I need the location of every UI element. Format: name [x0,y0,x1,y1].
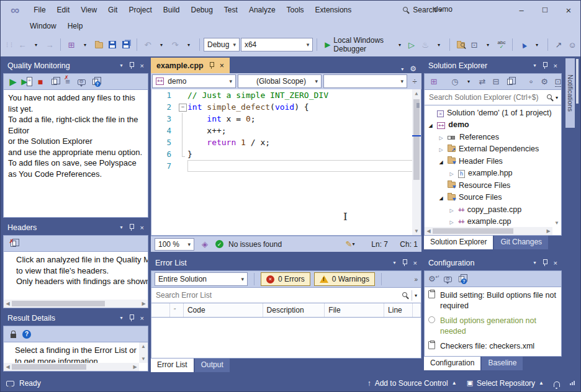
search-icon[interactable] [402,292,409,299]
pin-icon[interactable] [128,224,135,231]
menu-item-edit[interactable]: Edit [52,4,76,16]
dropdown-icon[interactable]: ▾ [79,38,91,51]
save-all-icon[interactable] [120,38,132,51]
code-line-2[interactable]: 2int simple_defect(void) { [151,101,421,113]
preview-code-icon[interactable]: ‹› [525,76,536,88]
window-position-icon[interactable]: ▾ [394,260,396,265]
extract-build-options-icon[interactable]: ⚙↵ [428,273,439,285]
configuration-item[interactable]: Build setting: Build options file not re… [425,287,561,313]
solution-configurations-combo[interactable]: Debug▾ [204,38,240,51]
polyspace-status-icon[interactable]: ◈ [199,238,210,251]
window-position-icon[interactable]: ▾ [534,260,536,265]
dropdown-icon[interactable]: ▾ [433,38,444,51]
pin-icon[interactable] [128,314,135,321]
chevron-down-icon[interactable]: ▾ [401,66,403,72]
code-editor[interactable]: ▲▼ 1// Just a simple INT_ZERO_DIV2int si… [151,89,421,236]
editor-vertical-scrollbar[interactable]: ▲▼ [412,89,421,235]
close-icon[interactable]: × [220,61,224,70]
close-icon[interactable]: × [554,62,557,69]
menu-item-tools[interactable]: Tools [281,4,310,16]
select-tool-icon[interactable]: ▲ [518,38,529,51]
errors-toggle-button[interactable]: × 0 Errors [261,272,310,286]
copy-icon[interactable] [48,76,60,88]
dropdown-icon[interactable]: ▾ [531,38,543,51]
dropdown-icon[interactable]: ▾ [183,38,194,51]
expander-open-icon[interactable]: ◢ [427,120,434,129]
configuration-item[interactable]: Checkers file: checkers.xml [425,338,561,354]
hot-reload-icon[interactable]: ♨ [420,38,431,51]
config-tab-baseline[interactable]: Baseline [482,357,523,370]
menu-item-project[interactable]: Project [123,4,157,16]
tree-item-copy-paste-cpp[interactable]: ▷++copy_paste.cpp [425,203,552,216]
expander-closed-icon[interactable]: ▷ [448,217,455,226]
close-icon[interactable]: × [140,224,144,231]
code-cleanup-icon[interactable]: ✎▾ [345,238,356,251]
help-icon[interactable]: ? [21,328,32,341]
maximize-button[interactable]: ☐ [533,1,557,19]
horizontal-scrollbar[interactable]: ◀▶ [425,227,552,235]
tree-item-example-cpp[interactable]: ▷++example.cpp [425,216,552,228]
close-button[interactable]: × [557,1,580,19]
properties-window-icon[interactable] [504,76,515,88]
notifications-tab[interactable]: Notifications [565,58,575,128]
scope-filter-combo[interactable]: Entire Solution▾ [155,272,248,286]
menu-item-test[interactable]: Test [218,4,243,16]
help-book-icon[interactable]: ? [89,76,101,88]
right-tab-git-changes[interactable]: Git Changes [494,236,548,249]
member-dropdown[interactable]: ▾ [323,74,407,88]
remove-file-icon[interactable]: ✗ [7,238,19,250]
code-line-1[interactable]: 1// Just a simple INT_ZERO_DIV [151,89,421,101]
expander-closed-icon[interactable]: ▷ [448,205,455,214]
sync-with-active-document-icon[interactable]: ⇄ [477,76,488,88]
column-header-description[interactable]: Description [263,303,325,317]
config-tab-configuration[interactable]: Configuration [424,357,480,370]
close-icon[interactable]: × [140,314,144,322]
pending-changes-filter-icon[interactable]: ◷ [449,76,461,88]
close-icon[interactable]: × [140,62,144,69]
window-position-icon[interactable]: ▾ [534,63,536,68]
right-tab-solution-explorer[interactable]: Solution Explorer [424,236,493,249]
minimize-button[interactable]: – [510,1,533,19]
window-position-icon[interactable]: ▾ [120,63,123,68]
tree-item-resource-files[interactable]: Resource Files [425,179,552,192]
close-icon[interactable]: × [413,259,417,267]
zoom-level-combo[interactable]: 100 %▾ [155,238,194,251]
expander-open-icon[interactable]: ◢ [438,157,444,166]
tree-item-example-hpp[interactable]: ▷hexample.hpp [425,167,552,180]
code-line-7[interactable]: 7 [151,160,421,172]
close-icon[interactable]: × [554,259,557,267]
nav-back-icon[interactable]: ← [17,38,28,51]
add-to-source-control-button[interactable]: ↑ Add to Source Control ▲ [367,379,457,388]
stop-analysis-icon[interactable]: ■ [35,76,46,88]
expander-open-icon[interactable]: ◢ [438,193,444,202]
run-analysis-icon[interactable]: ▶ [7,76,19,88]
show-all-files-icon[interactable]: ⊡ [552,76,564,88]
menu-item-extensions[interactable]: Extensions [310,4,358,16]
lock-icon[interactable] [7,328,19,341]
bottom-tab-error-list[interactable]: Error List [151,359,194,372]
window-position-icon[interactable]: ▾ [120,315,123,321]
dropdown-icon[interactable]: ▾ [30,38,42,51]
pin-icon[interactable] [209,62,215,69]
menu-item-window[interactable]: Window [24,20,62,32]
code-line-3[interactable]: 3 int x = 0; [151,113,421,125]
find-in-files-icon[interactable] [455,38,466,51]
menu-item-debug[interactable]: Debug [185,4,218,16]
suppression-column-header[interactable]: ″ [170,303,184,317]
expander-closed-icon[interactable]: ▷ [438,145,444,153]
horizontal-scrollbar[interactable]: ◀▶ [4,363,139,371]
vertical-scrollbar[interactable]: ▼ [552,105,561,227]
configuration-item[interactable]: Build options generation not needed [425,313,561,338]
nav-forward-icon[interactable]: → [44,38,55,51]
select-repository-button[interactable]: ▣ Select Repository ▲ [467,379,544,388]
tab-example-cpp[interactable]: example.cpp × [151,58,230,73]
code-line-4[interactable]: 4 x++; [151,125,421,136]
code-line-6[interactable]: 6} [151,148,421,160]
collapse-all-icon[interactable]: ⊟ [490,76,502,88]
expander-closed-icon[interactable]: ▷ [448,169,455,177]
column-header-line[interactable]: Line [384,303,413,317]
start-debugging-button[interactable]: ▶ Local Windows Debugger ▾ [321,37,405,52]
window-position-icon[interactable]: ▾ [120,225,123,230]
configure-project-icon[interactable]: ⚙ [442,273,453,285]
menu-item-analyze[interactable]: Analyze [243,4,281,16]
